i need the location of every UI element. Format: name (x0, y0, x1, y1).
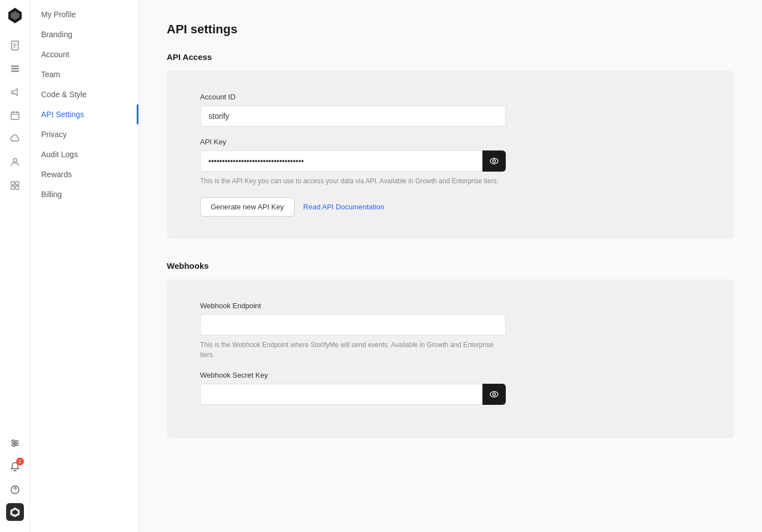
toggle-api-key-visibility-button[interactable] (482, 150, 506, 172)
svg-point-31 (490, 392, 498, 397)
webhook-endpoint-input[interactable] (200, 314, 506, 335)
svg-rect-8 (11, 71, 19, 72)
webhook-endpoint-group: Webhook Endpoint This is the Webhook End… (200, 302, 701, 360)
account-id-group: Account ID (200, 93, 701, 127)
sidebar-item-team[interactable]: Team (30, 64, 138, 84)
generate-api-key-button[interactable]: Generate new API Key (200, 197, 295, 217)
bottom-icons: 2 (5, 433, 25, 525)
bell-icon[interactable]: 2 (5, 456, 25, 476)
api-key-label: API Key (200, 138, 701, 146)
cloud-icon[interactable] (5, 129, 25, 149)
sidebar-item-code-style[interactable]: Code & Style (30, 84, 138, 104)
sidebar-item-privacy[interactable]: Privacy (30, 124, 138, 144)
person-icon[interactable] (5, 152, 25, 172)
webhooks-card: Webhook Endpoint This is the Webhook End… (167, 279, 734, 438)
sidebar-item-audit-logs[interactable]: Audit Logs (30, 144, 138, 164)
notification-count: 2 (16, 458, 24, 465)
document-icon[interactable] (5, 36, 25, 56)
sidebar-item-api-settings[interactable]: API Settings (30, 104, 138, 124)
icon-sidebar: 2 (0, 0, 30, 532)
api-key-input[interactable] (200, 150, 506, 172)
svg-point-26 (14, 491, 16, 493)
svg-rect-18 (16, 186, 19, 189)
api-key-input-wrapper (200, 150, 506, 172)
account-id-label: Account ID (200, 93, 701, 101)
webhook-secret-key-label: Webhook Secret Key (200, 371, 701, 379)
sidebar-item-rewards[interactable]: Rewards (30, 164, 138, 184)
toggle-webhook-secret-button[interactable] (482, 384, 506, 405)
brand-logo-bottom[interactable] (6, 503, 24, 521)
megaphone-icon[interactable] (5, 82, 25, 102)
sidebar-item-my-profile[interactable]: My Profile (30, 4, 138, 24)
svg-rect-15 (11, 182, 14, 185)
svg-point-32 (493, 393, 496, 396)
svg-rect-6 (11, 66, 19, 67)
svg-rect-7 (11, 68, 19, 70)
webhook-endpoint-label: Webhook Endpoint (200, 302, 701, 310)
webhook-secret-key-group: Webhook Secret Key (200, 371, 701, 405)
svg-point-23 (15, 442, 17, 444)
svg-point-29 (490, 158, 498, 164)
svg-point-14 (13, 159, 17, 163)
grid-list-icon[interactable] (5, 59, 25, 79)
webhook-secret-key-input[interactable] (200, 384, 506, 405)
sliders-icon[interactable] (5, 433, 25, 453)
svg-rect-17 (11, 186, 14, 189)
svg-point-22 (12, 440, 14, 442)
read-api-docs-link[interactable]: Read API Documentation (303, 203, 385, 211)
api-key-hint: This is the API Key you can use to acces… (200, 176, 506, 186)
main-content: API settings API Access Account ID API K… (139, 0, 762, 532)
webhooks-section-title: Webhooks (167, 261, 734, 270)
sidebar-item-billing[interactable]: Billing (30, 184, 138, 204)
svg-rect-16 (16, 182, 19, 185)
help-icon[interactable] (5, 480, 25, 500)
api-key-group: API Key This is the API Key you can use … (200, 138, 701, 186)
webhook-endpoint-hint: This is the Webhook Endpoint where Stori… (200, 340, 506, 360)
svg-rect-10 (11, 112, 19, 119)
webhook-secret-input-wrapper (200, 384, 506, 405)
sidebar-item-account[interactable]: Account (30, 44, 138, 64)
account-id-input[interactable] (200, 106, 506, 127)
api-access-section-title: API Access (167, 52, 734, 62)
app-logo[interactable] (6, 7, 24, 24)
sidebar-item-branding[interactable]: Branding (30, 24, 138, 44)
svg-point-24 (13, 444, 15, 446)
nav-sidebar: My Profile Branding Account Team Code & … (30, 0, 139, 532)
calendar-icon[interactable] (5, 106, 25, 126)
page-title: API settings (167, 22, 734, 37)
api-access-card: Account ID API Key This is the API Key y… (167, 71, 734, 239)
apps-icon[interactable] (5, 175, 25, 195)
api-key-actions: Generate new API Key Read API Documentat… (200, 197, 701, 217)
svg-point-30 (493, 160, 496, 163)
